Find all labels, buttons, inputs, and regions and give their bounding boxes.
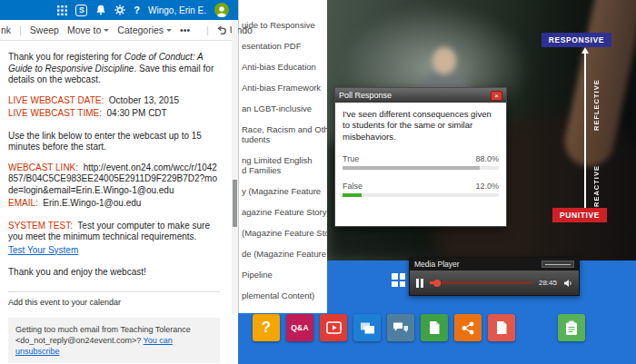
list-item[interactable]: uide to Responsive bbox=[242, 20, 327, 30]
list-item[interactable]: ng Limited Englishd Families bbox=[242, 155, 327, 175]
outlook-window: S ? Wingo, Erin E. nk | Sweep Move to Ca… bbox=[0, 0, 238, 364]
poll-response-window: Poll Response × I've seen different cons… bbox=[334, 87, 507, 227]
list-item[interactable]: agazine Feature Story) bbox=[242, 207, 327, 217]
move-to-button[interactable]: Move to bbox=[67, 25, 109, 35]
unsubscribe-note: Getting too much email from Teaching Tol… bbox=[8, 318, 220, 363]
notifications-bell-icon[interactable] bbox=[95, 5, 106, 15]
slides-icon[interactable] bbox=[353, 314, 381, 341]
qa-icon[interactable]: Q&A bbox=[286, 314, 313, 341]
media-list-icon[interactable] bbox=[320, 314, 347, 341]
person-icon bbox=[215, 5, 228, 17]
scrollbar[interactable] bbox=[232, 20, 238, 313]
share-nodes-icon bbox=[461, 321, 475, 335]
help-icon-glyph: ? bbox=[262, 319, 271, 337]
webcast-date-line: LIVE WEBCAST DATE: October 13, 2015 bbox=[8, 95, 220, 107]
junk-button-partial[interactable]: nk bbox=[1, 25, 11, 35]
speaker-docs-icon[interactable] bbox=[488, 314, 515, 341]
list-item[interactable]: esentation PDF bbox=[242, 41, 327, 51]
email-body: Thank you for registering for Code of Co… bbox=[0, 41, 232, 363]
system-test-label: SYSTEM TEST: bbox=[8, 221, 73, 231]
toolbar-divider: | bbox=[206, 25, 209, 35]
resource-item-label: agazine Feature Story) bbox=[242, 207, 327, 217]
divider bbox=[8, 291, 220, 292]
resource-item-label: Anti-bias Education bbox=[242, 62, 327, 72]
add-to-calendar-link[interactable]: Add this event to your calendar bbox=[8, 298, 220, 308]
media-player-titlebar[interactable]: Media Player bbox=[410, 258, 579, 271]
list-item[interactable]: Pipeline bbox=[242, 270, 327, 280]
email-intro: Thank you for registering for Code of Co… bbox=[8, 52, 220, 86]
poll-bar-false bbox=[343, 193, 362, 197]
s-app-icon[interactable]: S bbox=[75, 5, 87, 16]
webinar-dock: ? Q&A bbox=[253, 314, 585, 341]
undo-arrow-icon bbox=[217, 25, 227, 34]
poll-option-true: True 88.0% bbox=[343, 154, 499, 170]
elapsed-time: 28:45 bbox=[539, 279, 557, 287]
poll-option-percent: 12.0% bbox=[475, 182, 499, 191]
sweep-button[interactable]: Sweep bbox=[30, 25, 59, 35]
resource-item-label: tudents bbox=[242, 134, 327, 144]
share-icon[interactable] bbox=[454, 314, 482, 341]
list-item[interactable]: Anti-bias Framework bbox=[242, 83, 327, 93]
poll-option-false: False 12.0% bbox=[343, 182, 499, 197]
poll-option-label: False bbox=[343, 182, 363, 191]
avatar[interactable] bbox=[214, 3, 229, 17]
seek-thumb[interactable] bbox=[433, 280, 441, 287]
poll-body: I've seen different consequences given t… bbox=[335, 103, 506, 197]
document-icon bbox=[428, 320, 441, 335]
resource-item-label: de (Magazine Feature bbox=[242, 249, 327, 259]
speaker-icon[interactable] bbox=[563, 279, 572, 288]
app-launcher-icon[interactable] bbox=[57, 5, 67, 15]
email-label: EMAIL: bbox=[8, 198, 38, 208]
date-label: LIVE WEBCAST DATE: bbox=[8, 95, 104, 105]
test-your-system-link[interactable]: Test Your System bbox=[8, 245, 78, 255]
system-test-line: SYSTEM TEST: Test your computer to make … bbox=[8, 221, 220, 243]
close-icon[interactable]: × bbox=[491, 91, 502, 101]
poll-option-label: True bbox=[343, 154, 359, 163]
resource-item-label: d Families bbox=[242, 165, 327, 175]
list-item[interactable]: Race, Racism and Othertudents bbox=[242, 124, 327, 144]
categories-button[interactable]: Categories bbox=[117, 25, 172, 35]
closing-line: Thank you and enjoy the webcast! bbox=[8, 267, 220, 279]
seek-progress bbox=[430, 281, 437, 284]
resources-icon[interactable] bbox=[421, 314, 448, 341]
resource-item-label: y (Magazine Feature bbox=[242, 186, 327, 196]
media-player-controls: 28:45 bbox=[410, 271, 579, 295]
scrollbar-thumb[interactable] bbox=[233, 180, 237, 227]
more-actions-button[interactable]: ••• bbox=[180, 25, 190, 35]
account-name[interactable]: Wingo, Erin E. bbox=[148, 5, 206, 15]
list-item[interactable]: (Magazine Feature Story) bbox=[242, 228, 327, 238]
list-item[interactable]: Anti-bias Education bbox=[242, 62, 327, 72]
resource-item-label: an LGBT-inclusive bbox=[242, 103, 327, 113]
poll-bar-track bbox=[343, 166, 499, 170]
poll-question: I've seen different consequences given t… bbox=[343, 109, 499, 143]
media-player-title: Media Player bbox=[414, 260, 460, 269]
list-item[interactable]: an LGBT-inclusive bbox=[242, 103, 327, 113]
poll-titlebar[interactable]: Poll Response × bbox=[335, 88, 506, 103]
seek-bar[interactable] bbox=[430, 281, 532, 284]
survey-icon[interactable] bbox=[558, 314, 585, 341]
screen: ? Q&A uide to Responsive esentation PDF … bbox=[0, 0, 636, 364]
settings-gear-icon[interactable] bbox=[114, 5, 125, 15]
help-icon[interactable]: ? bbox=[253, 314, 280, 341]
time-label: LIVE WEBCAST TIME: bbox=[8, 108, 102, 118]
help-question-icon[interactable]: ? bbox=[134, 5, 140, 15]
reflective-axis-label: REFLECTIVE bbox=[592, 58, 601, 131]
enter-instructions: Use the link below to enter the webcast … bbox=[8, 131, 220, 153]
resource-item-label: Anti-bias Framework bbox=[242, 83, 327, 93]
list-item[interactable]: plemental Content) bbox=[242, 290, 327, 300]
windows-start-icon[interactable] bbox=[392, 273, 405, 287]
volume-slider[interactable] bbox=[542, 261, 574, 268]
webcast-link-line: WEBCAST LINK: http://event.on24.com/wcc/… bbox=[8, 162, 220, 197]
list-item[interactable]: de (Magazine Feature bbox=[242, 249, 327, 259]
resource-item-label: (Magazine Feature Story) bbox=[242, 228, 327, 238]
pause-button[interactable] bbox=[416, 279, 423, 288]
resource-item-label: uide to Responsive bbox=[242, 20, 327, 30]
clipboard-icon bbox=[564, 320, 579, 336]
document-icon bbox=[495, 320, 508, 335]
webcast-time-line: LIVE WEBCAST TIME: 04:30 PM CDT bbox=[8, 108, 220, 120]
responsive-badge: RESPONSIVE bbox=[542, 33, 611, 47]
slides-glyph-icon bbox=[360, 321, 375, 335]
resource-item-label: esentation PDF bbox=[242, 41, 327, 51]
group-chat-icon[interactable] bbox=[387, 314, 414, 341]
list-item[interactable]: y (Magazine Feature bbox=[242, 186, 327, 196]
